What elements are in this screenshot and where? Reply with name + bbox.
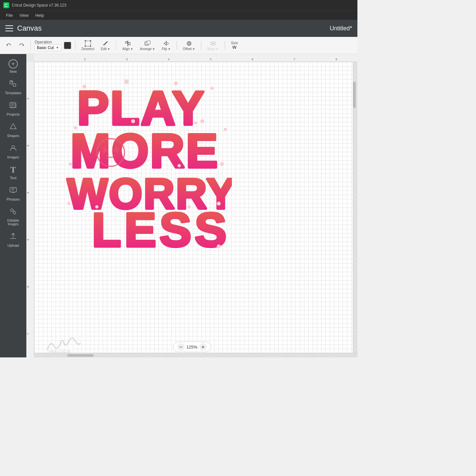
offset-label: Offset: [183, 47, 192, 51]
watermark: THREE DOVE: [44, 333, 84, 354]
separator-5: [201, 41, 201, 50]
design-svg: PLAY MORE WORRY LESS: [61, 78, 232, 263]
svg-point-11: [188, 42, 190, 44]
flip-icon: [163, 40, 170, 47]
warp-icon: [210, 40, 217, 47]
offset-button[interactable]: Offset ▼: [181, 39, 197, 51]
sidebar-item-upload[interactable]: Upload: [1, 229, 25, 250]
canvas-grid[interactable]: PLAY MORE WORRY LESS: [34, 62, 357, 357]
ruler-v-tick-5: 5: [26, 239, 33, 240]
sidebar-item-shapes-label: Shapes: [7, 134, 19, 138]
svg-rect-7: [128, 42, 130, 45]
svg-point-30: [74, 126, 77, 129]
main-area: + New Templates Projects Shapes Images: [0, 54, 357, 357]
sidebar-item-upload-label: Upload: [8, 243, 19, 247]
svg-rect-0: [85, 41, 91, 46]
zoom-in-button[interactable]: +: [199, 343, 207, 350]
sidebar-item-new[interactable]: + New: [1, 57, 25, 76]
ruler-h-tick-7: 7: [294, 58, 295, 61]
ruler-v-tick-7: 7: [26, 333, 33, 335]
sidebar-item-projects[interactable]: Projects: [1, 98, 25, 119]
sidebar-item-text[interactable]: T Text: [1, 162, 25, 182]
svg-point-24: [106, 149, 108, 151]
edit-button[interactable]: Edit ▼: [99, 39, 112, 51]
ruler-h-tick-5: 5: [210, 58, 211, 61]
canvas-area[interactable]: 2 3 4 5 6 7 8 2 3 4 5 6 7: [26, 54, 357, 357]
warp-label: Warp: [207, 47, 215, 51]
ruler-h-tick-6: 6: [252, 58, 253, 61]
menu-view[interactable]: View: [17, 12, 31, 18]
sidebar-item-shapes[interactable]: Shapes: [1, 120, 25, 140]
deselect-icon: [84, 40, 92, 47]
svg-text:LESS: LESS: [92, 203, 230, 257]
shapes-icon: [9, 122, 17, 133]
svg-point-17: [11, 209, 13, 211]
arrange-button[interactable]: Arrange ▼: [138, 39, 157, 51]
svg-point-25: [113, 149, 115, 151]
sidebar-item-phrases[interactable]: Phrases: [1, 183, 25, 204]
ruler-h-tick-3: 3: [126, 58, 127, 61]
svg-point-32: [200, 119, 204, 123]
ruler-vertical: 2 3 4 5 6 7: [26, 62, 34, 357]
deselect-button[interactable]: Deselect: [79, 39, 96, 51]
color-swatch[interactable]: [64, 42, 71, 49]
menu-help[interactable]: Help: [33, 12, 47, 18]
svg-point-28: [174, 81, 178, 85]
svg-point-38: [178, 164, 181, 167]
separator-3: [116, 41, 116, 50]
deselect-label: Deselect: [81, 47, 94, 51]
operation-select[interactable]: Basic Cut ▼: [35, 44, 61, 51]
sidebar-item-images[interactable]: Images: [1, 141, 25, 162]
svg-point-33: [224, 128, 227, 131]
sidebar-item-templates-label: Templates: [5, 91, 21, 95]
svg-point-26: [82, 85, 86, 89]
operation-group: Operation Basic Cut ▼: [35, 40, 61, 51]
sidebar-item-phrases-label: Phrases: [7, 197, 20, 201]
design-container[interactable]: PLAY MORE WORRY LESS: [61, 78, 232, 263]
zoom-level: 125%: [186, 345, 197, 350]
phrases-icon: [9, 186, 17, 196]
warp-button[interactable]: Warp ▼: [205, 39, 220, 51]
sidebar-item-editable-images[interactable]: EditableImages: [1, 205, 25, 229]
flip-button[interactable]: Flip ▼: [160, 39, 173, 51]
svg-point-18: [13, 211, 16, 214]
svg-point-37: [67, 202, 70, 205]
operation-label: Operation: [35, 40, 52, 44]
sidebar-item-images-label: Images: [7, 155, 19, 159]
ruler-h-tick-4: 4: [168, 58, 170, 61]
scrollbar-vertical[interactable]: [353, 62, 357, 353]
ruler-horizontal: 2 3 4 5 6 7 8: [34, 54, 357, 62]
flip-chevron: ▼: [168, 47, 171, 51]
menu-file[interactable]: File: [3, 12, 15, 18]
svg-point-1: [85, 40, 86, 42]
upload-icon: [9, 232, 17, 242]
svg-point-40: [95, 205, 98, 209]
svg-rect-16: [10, 187, 16, 192]
align-icon: [124, 40, 131, 47]
align-label: Align: [122, 47, 129, 51]
align-button[interactable]: Align ▼: [120, 39, 135, 51]
arrange-label: Arrange: [140, 47, 152, 51]
projects-icon: [9, 101, 17, 111]
redo-button[interactable]: [16, 41, 26, 50]
svg-point-34: [69, 162, 72, 166]
nav-bar: Canvas Untitled*: [0, 20, 357, 37]
svg-point-27: [124, 79, 129, 84]
arrange-icon: [144, 40, 151, 47]
zoom-out-button[interactable]: −: [177, 343, 184, 350]
nav-title: Canvas: [17, 24, 42, 33]
undo-button[interactable]: [4, 41, 14, 50]
size-button[interactable]: Size W: [229, 40, 240, 50]
offset-icon: [185, 40, 193, 47]
sidebar-item-editable-images-label: EditableImages: [7, 219, 19, 226]
svg-point-41: [187, 205, 191, 209]
sidebar: + New Templates Projects Shapes Images: [0, 54, 26, 357]
size-short: W: [232, 45, 236, 50]
zoom-bar: − 125% +: [173, 342, 211, 352]
hamburger-menu-icon[interactable]: [5, 25, 13, 31]
sidebar-item-templates[interactable]: Templates: [1, 77, 25, 98]
document-title: Untitled*: [330, 25, 352, 32]
sidebar-item-text-label: Text: [10, 176, 16, 180]
svg-text:THREE DOVE: THREE DOVE: [47, 350, 71, 353]
arrange-chevron: ▼: [152, 47, 155, 51]
